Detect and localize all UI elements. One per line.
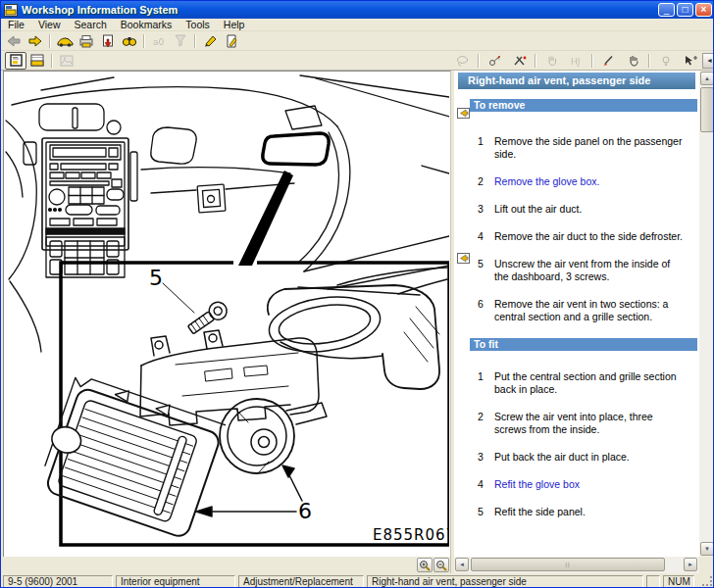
zoom-in-button[interactable]: [417, 558, 433, 572]
step-text: Screw the air vent into place, three scr…: [494, 411, 684, 436]
procedure-step: 2 Screw the air vent into place, three s…: [478, 411, 684, 436]
glove-box-link[interactable]: Refit the glove box: [494, 478, 684, 491]
image-view-icon: [60, 55, 74, 67]
print-button[interactable]: [76, 32, 97, 50]
step-text: Remove the air duct to the side defroste…: [494, 230, 684, 243]
scroll-down-button[interactable]: ▼: [700, 542, 714, 556]
export-document-icon: [101, 34, 115, 48]
procedure-step: 5 Refit the side panel.: [478, 506, 684, 518]
vertical-scroll-thumb[interactable]: [700, 87, 714, 132]
image-view-button[interactable]: [56, 52, 77, 70]
close-button[interactable]: ×: [695, 3, 712, 17]
status-empty: [646, 575, 660, 588]
procedure-step: 2 Remove the glove box.: [478, 175, 684, 188]
menu-search[interactable]: Search: [68, 19, 114, 30]
horizontal-scroll-thumb[interactable]: ||: [471, 558, 665, 571]
menu-file[interactable]: File: [1, 19, 31, 30]
zoom-out-icon: [435, 560, 447, 571]
minimize-button[interactable]: _: [658, 3, 675, 17]
hand-button[interactable]: [539, 52, 564, 70]
filter-button[interactable]: [170, 32, 191, 50]
export-document-button[interactable]: [97, 32, 119, 50]
toolbar-separator: [143, 34, 145, 48]
scrollbar-corner: [699, 557, 714, 573]
print-icon: [78, 34, 94, 48]
vertical-scrollbar[interactable]: ▲ ▼: [699, 71, 714, 557]
application-window: Workshop Information System _ □ × File V…: [0, 0, 714, 588]
back-button[interactable]: [3, 32, 25, 50]
pen-button[interactable]: [596, 52, 621, 70]
previous-topic-button[interactable]: ◄: [702, 53, 714, 69]
thumb-grip: ||: [565, 562, 570, 567]
split-view-button[interactable]: [26, 52, 48, 70]
tools-button[interactable]: [507, 52, 532, 70]
vent-highlight-outline: [263, 133, 329, 165]
step-number: 2: [478, 175, 494, 188]
lamp-icon: [660, 55, 672, 67]
scroll-left-button[interactable]: ◄: [455, 558, 469, 571]
lasso-button[interactable]: [450, 52, 475, 70]
step-number: 1: [478, 135, 494, 161]
cursor-plus-icon: [684, 55, 697, 67]
back-icon: [6, 34, 22, 48]
menu-help[interactable]: Help: [217, 19, 252, 30]
filter-icon: [175, 34, 186, 47]
highlighter-icon: [203, 34, 218, 47]
scroll-up-button[interactable]: ▲: [700, 72, 714, 85]
step-text: Put back the air duct in place.: [494, 451, 684, 464]
menu-tools[interactable]: Tools: [178, 19, 217, 30]
cursor-plus-button[interactable]: [678, 52, 702, 70]
menu-bar: File View Search Bookmarks Tools Help: [1, 19, 714, 31]
topic-toolbar: HJ: [450, 52, 714, 70]
status-section: Interior equipment: [116, 575, 235, 588]
tools-icon: [513, 55, 527, 67]
search-button[interactable]: [119, 32, 140, 50]
step-number: 4: [478, 478, 494, 491]
status-num-lock: NUM: [663, 575, 694, 588]
figure-code: E855R067: [373, 526, 449, 544]
pen-icon: [602, 55, 615, 67]
topic-title: Right-hand air vent, passenger side: [458, 73, 695, 89]
procedure-step: 1 Remove the side panel on the passenger…: [478, 135, 684, 161]
text-scale-button[interactable]: a0: [148, 32, 170, 50]
glove-box-link[interactable]: Remove the glove box.: [494, 175, 684, 188]
vehicle-profile-button[interactable]: [54, 32, 76, 50]
step-number: 1: [478, 370, 494, 396]
back-link-icon[interactable]: [457, 253, 470, 264]
section-heading-remove: To remove: [470, 99, 697, 112]
toolbar-separator: [478, 54, 480, 68]
horizontal-scrollbar[interactable]: ◄ || ►: [454, 557, 699, 573]
status-subsection: Adjustment/Replacement: [238, 575, 364, 588]
document-view-button[interactable]: [5, 52, 26, 70]
menu-bookmarks[interactable]: Bookmarks: [114, 19, 179, 30]
back-link-icon[interactable]: [457, 108, 470, 119]
status-bar: 9-5 (9600) 2001 Interior equipment Adjus…: [1, 573, 714, 588]
hj-tool-button[interactable]: HJ: [564, 52, 588, 70]
step-number: 3: [478, 203, 494, 216]
callout-screw-label: 5: [149, 266, 163, 290]
lamp-button[interactable]: [653, 52, 678, 70]
gesture-button[interactable]: [621, 52, 645, 70]
annotation-button[interactable]: [221, 32, 242, 50]
illustration-pane[interactable]: 5 6 E855R067: [3, 71, 450, 557]
key-button[interactable]: [483, 52, 507, 70]
step-number: 3: [478, 451, 494, 464]
status-topic: Right-hand air vent, passenger side: [367, 575, 643, 588]
resize-grip[interactable]: [701, 575, 713, 587]
scroll-right-button[interactable]: ►: [684, 558, 697, 571]
topic-pager: ◄ ►: [702, 53, 714, 69]
main-toolbar: a0: [1, 31, 714, 51]
maximize-button[interactable]: □: [677, 3, 693, 17]
highlighter-button[interactable]: [199, 32, 221, 50]
procedure-step: 4 Remove the air duct to the side defros…: [478, 230, 684, 243]
zoom-out-button[interactable]: [434, 558, 449, 572]
forward-icon: [27, 34, 43, 48]
step-text: Remove the air vent in two sections: a c…: [494, 298, 684, 323]
menu-view[interactable]: View: [31, 19, 68, 30]
fit-steps: 1 Put the central section and grille sec…: [478, 370, 684, 518]
step-number: 2: [478, 411, 494, 436]
title-bar: Workshop Information System _ □ ×: [1, 1, 714, 19]
inset-frame: [61, 263, 449, 545]
toolbar-separator: [49, 34, 51, 48]
forward-button[interactable]: [25, 32, 46, 50]
